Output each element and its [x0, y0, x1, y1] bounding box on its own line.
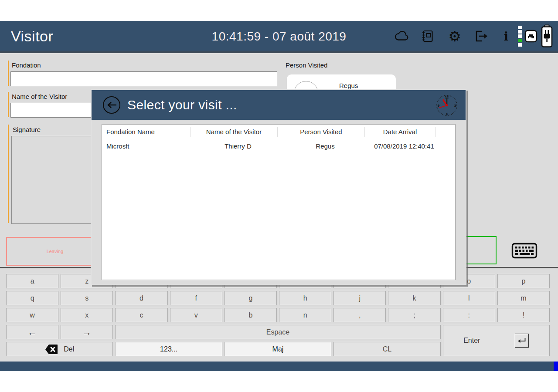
ethernet-icon	[524, 30, 538, 43]
key-s[interactable]: s	[61, 291, 113, 305]
key-f[interactable]: f	[170, 291, 222, 305]
signal-strip	[518, 26, 522, 47]
col-filler	[435, 127, 455, 137]
key-clear[interactable]: CL	[333, 342, 440, 356]
sign-out-icon[interactable]	[474, 30, 488, 42]
key-c[interactable]: c	[115, 308, 167, 322]
key-p[interactable]: p	[497, 274, 550, 288]
visitor-name-label: Name of the Visitor	[12, 93, 67, 100]
visitor-name-accent	[8, 92, 9, 117]
key-w[interactable]: w	[6, 308, 58, 322]
signature-label: Signature	[13, 126, 41, 133]
key-h[interactable]: h	[279, 291, 331, 305]
fondation-label: Fondation	[12, 61, 41, 69]
gear-icon[interactable]: ⚙	[448, 29, 461, 44]
back-arrow-icon	[106, 101, 117, 109]
table-header: Fondation Name Name of the Visitor Perso…	[102, 125, 455, 139]
fondation-accent	[8, 61, 9, 86]
key-semicolon[interactable]: ;	[388, 308, 440, 322]
clock-icon: 12 3 6 9	[435, 94, 459, 117]
cell-fondation: Microsft	[102, 142, 194, 150]
key-exclamation[interactable]: !	[497, 308, 550, 322]
header-icons: ⚙ i	[394, 21, 553, 51]
table-row[interactable]: Microsft Thierry D Regus 07/08/2019 12:4…	[102, 139, 455, 152]
header-bar: Visitor 10:41:59 - 07 août 2019 ⚙	[0, 21, 558, 53]
bottom-blue-square	[554, 362, 558, 371]
back-button[interactable]	[103, 96, 120, 114]
cell-date-arrival: 07/08/2019 12:40:41	[369, 142, 439, 150]
key-g[interactable]: g	[225, 291, 277, 305]
cloud-icon[interactable]	[394, 31, 410, 41]
key-n[interactable]: n	[279, 308, 331, 322]
col-fondation-name: Fondation Name	[102, 127, 190, 137]
key-arrow-left[interactable]: ←	[6, 325, 58, 339]
leaving-button[interactable]: Leaving	[6, 237, 104, 266]
cell-person: Regus	[282, 142, 369, 150]
key-q[interactable]: q	[6, 291, 58, 305]
col-visitor-name: Name of the Visitor	[190, 127, 277, 137]
key-colon[interactable]: :	[443, 308, 495, 322]
bottom-bar	[0, 362, 558, 371]
page-title: Visitor	[11, 21, 53, 51]
dialog-header: Select your visit ... 12 3 6 9	[92, 90, 466, 120]
svg-text:9: 9	[438, 104, 440, 108]
select-visit-dialog: Select your visit ... 12 3 6 9 Fondation…	[91, 89, 466, 285]
cell-visitor: Thierry D	[194, 142, 282, 150]
col-person-visited: Person Visited	[277, 127, 364, 137]
key-comma[interactable]: ,	[333, 308, 386, 322]
key-a[interactable]: a	[6, 274, 58, 288]
key-k[interactable]: k	[388, 291, 440, 305]
key-j[interactable]: j	[333, 291, 386, 305]
key-d[interactable]: d	[115, 291, 167, 305]
key-arrow-right[interactable]: →	[61, 325, 113, 339]
onscreen-keyboard: a z e r t y u i o p q s d f g h j k l m …	[6, 274, 550, 356]
col-date-arrival: Date Arrival	[364, 127, 435, 137]
fondation-input[interactable]	[10, 71, 277, 86]
key-m[interactable]: m	[497, 291, 550, 305]
delete-label: Del	[64, 345, 74, 353]
key-b[interactable]: b	[225, 308, 277, 322]
visits-table: Fondation Name Name of the Visitor Perso…	[102, 124, 456, 280]
battery-plug-icon	[541, 24, 553, 48]
leaving-label: Leaving	[47, 249, 64, 254]
key-numbers[interactable]: 123...	[115, 342, 222, 356]
dialog-title: Select your visit ...	[127, 98, 237, 112]
backspace-icon	[45, 344, 58, 355]
person-name: Regus	[339, 82, 358, 89]
svg-text:3: 3	[454, 104, 456, 108]
visitor-app: Visitor 10:41:59 - 07 août 2019 ⚙	[0, 0, 558, 392]
key-l[interactable]: l	[443, 291, 495, 305]
info-icon[interactable]: i	[504, 30, 508, 43]
enter-icon	[515, 334, 529, 348]
key-delete[interactable]: Del	[6, 342, 113, 356]
keyboard-icon[interactable]	[511, 242, 538, 259]
svg-text:6: 6	[446, 112, 448, 116]
key-v[interactable]: v	[170, 308, 222, 322]
key-enter[interactable]: Enter	[443, 325, 550, 356]
key-shift[interactable]: Maj	[225, 342, 331, 356]
person-visited-label: Person Visited	[286, 61, 327, 69]
signature-accent	[8, 125, 9, 223]
address-book-icon[interactable]	[422, 30, 433, 42]
enter-label: Enter	[463, 337, 480, 345]
key-space[interactable]: Espace	[115, 325, 440, 339]
key-x[interactable]: x	[61, 308, 113, 322]
